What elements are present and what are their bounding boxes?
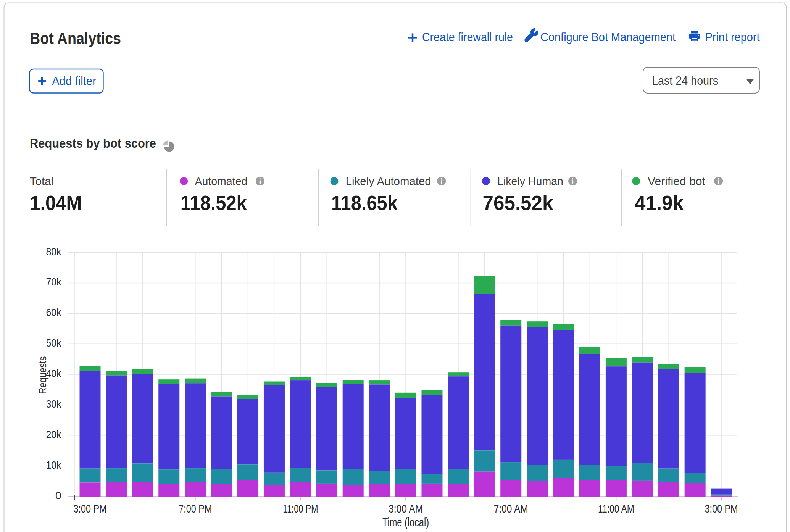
svg-text:Print report: Print report bbox=[705, 31, 760, 44]
svg-text:118.52k: 118.52k bbox=[181, 192, 247, 214]
svg-text:11:00 PM: 11:00 PM bbox=[283, 502, 318, 515]
svg-text:118.65k: 118.65k bbox=[331, 192, 398, 214]
svg-text:3:00 PM: 3:00 PM bbox=[705, 502, 738, 515]
svg-text:Requests by bot score: Requests by bot score bbox=[30, 137, 156, 150]
svg-text:Automated: Automated bbox=[195, 175, 247, 187]
svg-text:41.9k: 41.9k bbox=[635, 192, 684, 214]
svg-text:11:00 AM: 11:00 AM bbox=[598, 502, 634, 515]
svg-text:Add filter: Add filter bbox=[52, 74, 96, 88]
svg-text:3:00 AM: 3:00 AM bbox=[389, 502, 423, 515]
svg-text:60k: 60k bbox=[46, 306, 62, 318]
svg-text:Create firewall rule: Create firewall rule bbox=[422, 31, 513, 44]
svg-text:1.04M: 1.04M bbox=[30, 192, 82, 214]
svg-text:Verified bot: Verified bot bbox=[648, 175, 705, 187]
svg-text:Total: Total bbox=[30, 175, 53, 187]
svg-text:20k: 20k bbox=[46, 429, 62, 440]
svg-text:70k: 70k bbox=[46, 276, 62, 288]
svg-text:30k: 30k bbox=[46, 398, 62, 410]
svg-text:7:00 AM: 7:00 AM bbox=[494, 502, 528, 515]
svg-text:Last 24 hours: Last 24 hours bbox=[652, 74, 718, 87]
svg-text:Configure Bot Management: Configure Bot Management bbox=[540, 31, 676, 44]
svg-text:80k: 80k bbox=[46, 246, 62, 258]
svg-text:Time (local): Time (local) bbox=[382, 516, 429, 529]
svg-text:765.52k: 765.52k bbox=[483, 192, 553, 214]
svg-text:Likely Automated: Likely Automated bbox=[346, 175, 431, 187]
svg-text:Requests: Requests bbox=[37, 356, 48, 394]
svg-text:3:00 PM: 3:00 PM bbox=[74, 502, 107, 515]
svg-text:Likely Human: Likely Human bbox=[497, 175, 563, 187]
svg-text:10k: 10k bbox=[46, 459, 62, 471]
svg-text:7:00 PM: 7:00 PM bbox=[179, 502, 212, 515]
svg-text:Bot Analytics: Bot Analytics bbox=[30, 29, 121, 47]
svg-text:50k: 50k bbox=[46, 337, 62, 349]
svg-text:0: 0 bbox=[55, 490, 61, 501]
